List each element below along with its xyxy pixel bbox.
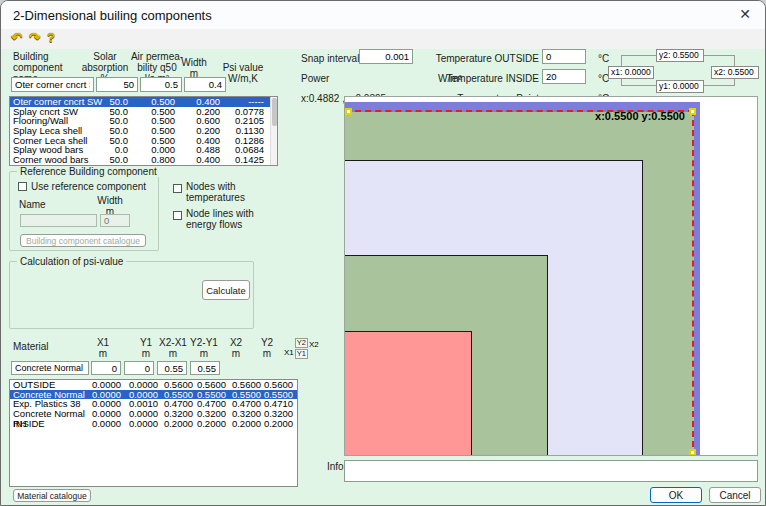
building-row[interactable]: Corner wood bars50.00.8000.4000.1425 bbox=[10, 155, 277, 165]
building-component-list[interactable]: Oter corner cncrt SW50.00.5000.400----- … bbox=[9, 96, 278, 166]
info-label: Info bbox=[327, 461, 344, 472]
solar-absorption-input[interactable] bbox=[96, 77, 138, 92]
reference-group: Reference Building component Use referen… bbox=[9, 171, 159, 251]
material-x1-input[interactable] bbox=[91, 361, 121, 375]
extent-x2-readout: x2: 0.5500 bbox=[711, 66, 759, 79]
use-reference-checkbox[interactable] bbox=[18, 182, 27, 191]
selection-outline bbox=[345, 110, 694, 456]
psi-calculation-group: Calculation of psi-value Calculate bbox=[9, 261, 254, 329]
redo-icon[interactable]: ↷ bbox=[29, 30, 40, 45]
cancel-button[interactable]: Cancel bbox=[709, 487, 761, 503]
psi-calculation-group-label: Calculation of psi-value bbox=[17, 256, 126, 267]
nodes-with-temperatures-label: Nodes with temperatures bbox=[186, 181, 276, 203]
material-name-input[interactable] bbox=[11, 361, 89, 375]
selection-coordinates-label: x:0.5500 y:0.5500 bbox=[595, 110, 685, 122]
width-input[interactable] bbox=[184, 77, 226, 92]
ok-button[interactable]: OK bbox=[650, 487, 702, 503]
material-y1-input[interactable] bbox=[124, 361, 154, 375]
building-component-catalogue-button: Building component catalogue bbox=[20, 234, 146, 247]
snap-interval-label: Snap interval bbox=[301, 53, 359, 64]
material-dy-input[interactable] bbox=[190, 361, 220, 375]
help-icon[interactable]: ? bbox=[47, 30, 55, 45]
info-field[interactable] bbox=[344, 460, 758, 482]
material-row[interactable]: INSIDE0.00000.00000.20000.20000.20000.20… bbox=[10, 419, 297, 429]
extent-y2-readout: y2: 0.5500 bbox=[656, 49, 704, 62]
reference-group-label: Reference Building component bbox=[17, 166, 160, 177]
material-header-x2: X2 m bbox=[222, 337, 250, 359]
undo-icon[interactable]: ↶ bbox=[11, 30, 22, 45]
material-header-y2: Y2 m bbox=[253, 337, 281, 359]
extent-y1-readout: y1: 0.0000 bbox=[656, 80, 704, 93]
material-header: Material bbox=[13, 341, 49, 352]
snap-interval-input[interactable] bbox=[359, 49, 413, 64]
material-catalogue-button[interactable]: Material catalogue bbox=[13, 489, 91, 502]
reference-width-field bbox=[100, 214, 130, 227]
extent-x1-readout: x1: 0.0000 bbox=[608, 66, 654, 79]
selection-handle-bottom-right[interactable] bbox=[689, 449, 696, 456]
corner-legend: X1 Y2 Y1 X2 bbox=[284, 338, 319, 359]
temperature-outside-unit: °C bbox=[598, 53, 609, 64]
material-header-x1: X1 m bbox=[89, 337, 117, 359]
dialog-2d-building-components: 2-Dimensional builing components ✕ ↶ ↷ ?… bbox=[0, 0, 766, 506]
window-title: 2-Dimensional builing components bbox=[13, 8, 212, 23]
dialog-body: Building component name Solar absorption… bbox=[1, 49, 766, 506]
material-list[interactable]: OUTSIDE0.00000.00000.56000.56000.56000.5… bbox=[9, 379, 298, 487]
title-bar: 2-Dimensional builing components ✕ bbox=[1, 1, 765, 29]
material-header-dy: Y2-Y1 m bbox=[187, 337, 221, 359]
temperature-inside-label: Temperature INSIDE bbox=[429, 73, 539, 84]
selection-handle-top-right[interactable] bbox=[689, 108, 696, 115]
air-permeability-input[interactable] bbox=[140, 77, 182, 92]
use-reference-label: Use reference component bbox=[31, 181, 151, 192]
toolbar: ↶ ↷ ? bbox=[1, 29, 765, 49]
temperature-outside-label: Temperature OUTSIDE bbox=[429, 53, 539, 64]
building-name-input[interactable] bbox=[11, 77, 94, 92]
node-lines-energy-flows-label: Node lines with energy flows bbox=[186, 208, 276, 230]
power-label: Power bbox=[301, 73, 329, 84]
material-header-dx: X2-X1 m bbox=[156, 337, 190, 359]
col-header-width: Width m bbox=[178, 57, 210, 79]
temperature-outside-input[interactable] bbox=[542, 49, 586, 64]
selection-handle-top-left[interactable] bbox=[345, 108, 352, 115]
reference-name-label: Name bbox=[19, 199, 46, 210]
reference-name-field bbox=[20, 214, 97, 227]
drawing-canvas[interactable]: x:0.5500 y:0.5500 bbox=[344, 96, 758, 456]
node-lines-energy-flows-checkbox[interactable] bbox=[173, 211, 182, 220]
building-list-scrollbar[interactable] bbox=[270, 97, 277, 165]
close-icon[interactable]: ✕ bbox=[735, 6, 755, 24]
material-dx-input[interactable] bbox=[157, 361, 187, 375]
calculate-button[interactable]: Calculate bbox=[202, 280, 250, 300]
temperature-inside-input[interactable] bbox=[542, 69, 586, 84]
nodes-with-temperatures-checkbox[interactable] bbox=[173, 184, 182, 193]
